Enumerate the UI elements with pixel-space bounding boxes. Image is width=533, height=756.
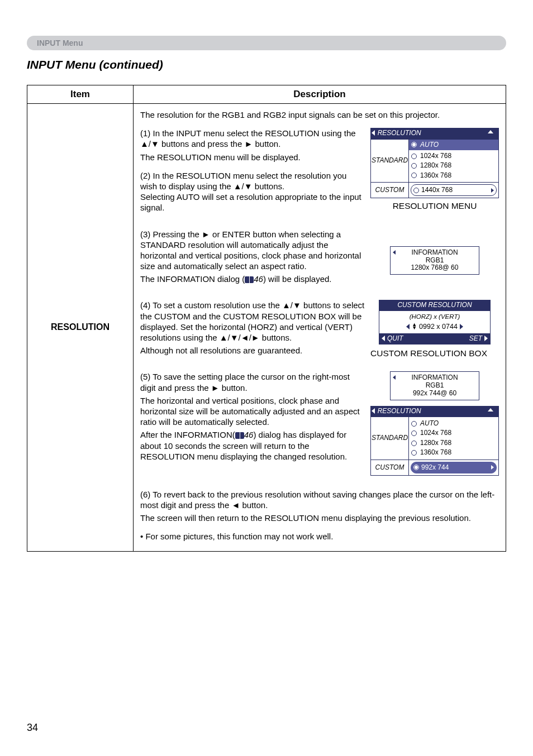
osd2-opt-1: 1280x 768 bbox=[411, 438, 496, 448]
triangle-right-icon bbox=[460, 324, 463, 329]
osd1-standard-label: STANDARD bbox=[371, 140, 409, 182]
osd2-opt-0: 1024x 768 bbox=[411, 428, 496, 438]
step1-line1: (1) In the INPUT menu select the RESOLUT… bbox=[140, 128, 365, 149]
osd2-auto-row: AUTO bbox=[411, 419, 496, 428]
triangle-left-icon bbox=[393, 250, 396, 255]
custom-res-set: SET bbox=[435, 333, 490, 344]
step4-text-b: Although not all resolutions are guarant… bbox=[140, 345, 365, 356]
step1-line2: The RESOLUTION menu will be displayed. bbox=[140, 152, 365, 162]
triangle-left-icon bbox=[393, 375, 396, 380]
custom-res-title: CUSTOM RESOLUTION bbox=[379, 300, 491, 310]
step6-text-a: (6) To revert back to the previous resol… bbox=[140, 489, 499, 510]
triangle-right-icon bbox=[491, 465, 494, 470]
triangle-left-icon bbox=[406, 324, 410, 329]
updown-arrows-icon: ▲▼ bbox=[412, 323, 417, 329]
osd2-custom-label: CUSTOM bbox=[371, 460, 409, 475]
th-desc: Description bbox=[134, 85, 506, 104]
step5-text-c: After the INFORMATION(46) dialog has dis… bbox=[140, 429, 365, 462]
osd1-opt-0: 1024x 768 bbox=[411, 151, 496, 161]
info-dialog-1: INFORMATION RGB1 1280x 768@ 60 bbox=[390, 246, 479, 275]
osd-resolution-menu-2: RESOLUTION STANDARD AUTO 1024x 768 128 bbox=[370, 406, 499, 476]
custom-res-quit: QUIT bbox=[379, 333, 435, 344]
row-label-resolution: RESOLUTION bbox=[27, 104, 134, 552]
triangle-left-icon bbox=[382, 336, 385, 341]
triangle-up-icon bbox=[488, 408, 493, 412]
content-table: Item Description RESOLUTION The resoluti… bbox=[27, 85, 506, 552]
osd2-custom-value: 992x 744 bbox=[411, 462, 497, 473]
intro-text: The resolution for the RGB1 and RGB2 inp… bbox=[140, 109, 499, 120]
osd-resolution-menu-1: RESOLUTION STANDARD AUTO 1024x 768 128 bbox=[370, 128, 499, 212]
step3-text-b: The INFORMATION dialog (46) will be disp… bbox=[140, 274, 365, 284]
radio-icon bbox=[411, 421, 417, 427]
radio-icon bbox=[411, 430, 417, 436]
radio-icon bbox=[411, 154, 417, 159]
book-icon bbox=[235, 432, 244, 439]
osd2-standard-label: STANDARD bbox=[371, 417, 409, 459]
triangle-left-icon bbox=[372, 130, 375, 136]
th-item: Item bbox=[27, 85, 134, 104]
osd1-auto-row: AUTO bbox=[409, 140, 498, 150]
info-dialog-2: INFORMATION RGB1 992x 744@ 60 bbox=[390, 371, 479, 400]
osd1-caption: RESOLUTION MENU bbox=[370, 200, 499, 212]
radio-icon bbox=[411, 163, 417, 169]
custom-res-labels: (HORZ) x (VERT) bbox=[382, 313, 488, 321]
step6-text-b: The screen will then return to the RESOL… bbox=[140, 513, 499, 523]
radio-icon bbox=[413, 188, 419, 193]
triangle-right-icon bbox=[491, 188, 494, 193]
note-text: • For some pictures, this function may n… bbox=[140, 531, 499, 542]
triangle-up-icon bbox=[488, 130, 493, 133]
radio-on-icon bbox=[413, 465, 419, 470]
triangle-right-icon bbox=[484, 336, 488, 341]
triangle-left-icon bbox=[372, 408, 375, 414]
osd2-opt-2: 1360x 768 bbox=[411, 448, 496, 457]
step4-text-a: (4) To set a custom resolution use the ▲… bbox=[140, 300, 365, 343]
custom-res-values: ▲▼ 0992 x 0744 bbox=[382, 321, 488, 333]
radio-icon bbox=[411, 441, 417, 446]
custom-resolution-box: CUSTOM RESOLUTION (HORZ) x (VERT) ▲▼ 099… bbox=[379, 300, 491, 344]
custom-res-caption: CUSTOM RESOLUTION BOX bbox=[370, 348, 499, 359]
step5-text-b: The horizontal and vertical positions, c… bbox=[140, 395, 365, 428]
osd1-custom-value: 1440x 768 bbox=[411, 184, 497, 196]
radio-icon bbox=[411, 450, 417, 456]
description-cell: The resolution for the RGB1 and RGB2 inp… bbox=[134, 104, 506, 552]
radio-icon bbox=[411, 173, 417, 178]
section-header-label: INPUT Menu bbox=[37, 39, 83, 47]
osd1-custom-label: CUSTOM bbox=[371, 183, 409, 198]
osd1-opt-1: 1280x 768 bbox=[411, 161, 496, 170]
step2-text: (2) In the RESOLUTION menu select the re… bbox=[140, 170, 365, 213]
page-subtitle: INPUT Menu (continued) bbox=[27, 58, 163, 71]
osd1-header: RESOLUTION bbox=[370, 128, 499, 138]
book-icon bbox=[245, 276, 254, 283]
osd2-header: RESOLUTION bbox=[370, 406, 499, 417]
radio-on-icon bbox=[411, 142, 417, 147]
osd1-opt-2: 1360x 768 bbox=[411, 171, 496, 180]
page-number: 34 bbox=[27, 722, 38, 734]
section-header-bar: INPUT Menu bbox=[27, 36, 506, 50]
step3-text-a: (3) Pressing the ► or ENTER button when … bbox=[140, 229, 365, 272]
step5-text-a: (5) To save the setting place the cursor… bbox=[140, 371, 365, 393]
